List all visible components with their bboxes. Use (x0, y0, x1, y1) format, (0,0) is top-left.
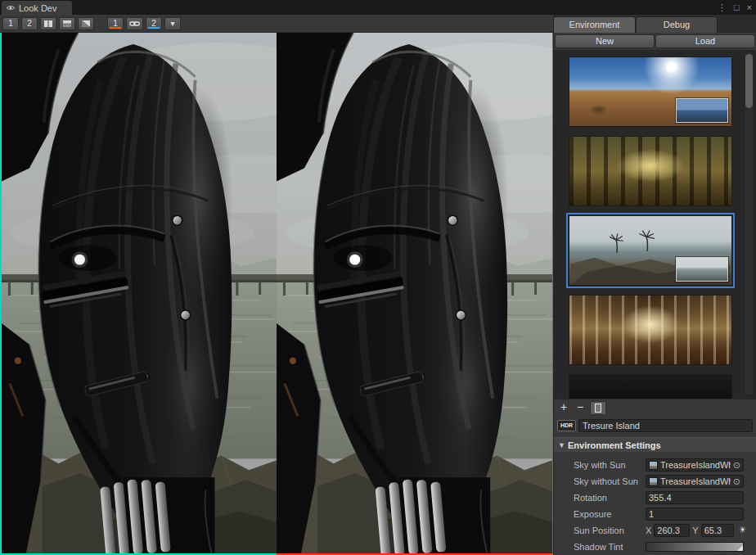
sun-y-field[interactable]: 65.3 (701, 524, 734, 537)
link-views-button[interactable] (126, 17, 143, 30)
sky-without-sun-value: TreasureIslandWh (660, 476, 731, 486)
view-options-dropdown[interactable]: ▾ (164, 17, 181, 30)
single-view-1-button[interactable]: 1 (2, 17, 19, 30)
sun-gizmo-button[interactable]: ☀ (736, 524, 749, 537)
texture-preview-icon (649, 461, 658, 470)
viewport-right[interactable] (277, 33, 553, 555)
sky-without-sun-label: Sky without Sun (574, 473, 638, 490)
setting-row-exposure: Exposure 1 (554, 506, 756, 522)
env-thumbnail-dark-night[interactable] (569, 374, 732, 399)
shadow-tint-swatch[interactable] (646, 542, 744, 552)
tab-debug[interactable]: Debug (636, 16, 718, 33)
rotation-label: Rotation (574, 490, 607, 506)
side-by-side-view-button[interactable] (40, 17, 56, 30)
sun-position-label: Sun Position (574, 522, 624, 539)
texture-preview-icon (649, 477, 658, 486)
env-thumbnail-forest[interactable] (569, 136, 732, 206)
library-scrollbar[interactable] (744, 52, 754, 395)
sun-x-field[interactable]: 260.3 (654, 524, 690, 537)
sky-with-sun-label: Sky with Sun (574, 457, 626, 473)
diagonal-split-icon (81, 20, 91, 28)
sky-with-sun-field[interactable]: TreasureIslandWh ⊙ (646, 458, 744, 472)
sky-with-sun-value: TreasureIslandWh (660, 460, 731, 470)
setting-row-sun-position: Sun Position X 260.3 Y 65.3 ☀ (554, 522, 756, 539)
split-screen-icon (62, 20, 72, 28)
window-tab-lookdev[interactable]: Look Dev (2, 1, 72, 15)
window-title: Look Dev (19, 3, 56, 13)
environment-name-row: HDR Tresure Island (554, 417, 756, 434)
link-icon (129, 20, 140, 28)
view-1-accent-bar (110, 27, 121, 29)
single-view-1-label: 1 (8, 18, 13, 29)
remove-environment-button[interactable]: − (574, 401, 587, 414)
env-thumbnail-inset (676, 257, 728, 282)
new-environment-button[interactable]: New (555, 34, 655, 48)
lookdev-toolbar: 1 2 1 2 ▾ (0, 15, 553, 33)
viewport-left[interactable] (0, 33, 277, 555)
single-view-2-button[interactable]: 2 (21, 17, 38, 30)
setting-row-shadow-tint: Shadow Tint (554, 539, 756, 555)
sky-without-sun-field[interactable]: TreasureIslandWh ⊙ (646, 475, 744, 488)
lookdev-eye-icon (6, 4, 16, 11)
env-thumbnail-treasure-island[interactable] (569, 215, 732, 286)
tab-environment[interactable]: Environment (553, 16, 636, 33)
library-scrollbar-thumb[interactable] (745, 54, 753, 108)
environment-settings-header[interactable]: ▼ Environment Settings (554, 437, 756, 453)
foldout-triangle-icon[interactable]: ▼ (558, 438, 565, 453)
setting-row-rotation: Rotation 355.4 (554, 490, 756, 506)
lookdev-viewports (0, 33, 553, 555)
dropdown-caret-icon: ▾ (170, 18, 174, 29)
split-screen-view-button[interactable] (59, 17, 75, 30)
duplicate-environment-button[interactable] (590, 401, 606, 415)
environment-name-field[interactable]: Tresure Island (578, 419, 753, 432)
setting-row-sky-with-sun: Sky with Sun TreasureIslandWh ⊙ (554, 457, 756, 473)
env-thumbnail-church-interior[interactable] (569, 295, 732, 365)
panel-tab-bar: Environment Debug (553, 15, 756, 33)
window-close-button[interactable]: × (747, 0, 752, 15)
title-bar: Look Dev ⋮ □ × (0, 0, 756, 15)
env-thumbnail-sunny-desert[interactable] (569, 56, 732, 127)
side-by-side-icon (43, 20, 53, 28)
object-picker-icon[interactable]: ⊙ (733, 477, 740, 486)
view-2-toggle[interactable]: 2 (146, 17, 162, 30)
single-view-2-label: 2 (27, 18, 32, 29)
add-environment-button[interactable]: + (557, 401, 570, 414)
sun-y-label: Y (692, 526, 698, 535)
rendered-robot-head-left (2, 33, 277, 553)
rendered-robot-head-right (277, 33, 552, 553)
load-environment-button[interactable]: Load (655, 34, 755, 48)
object-picker-icon[interactable]: ⊙ (733, 461, 740, 470)
exposure-label: Exposure (574, 506, 611, 522)
setting-row-sky-without-sun: Sky without Sun TreasureIslandWh ⊙ (554, 473, 756, 490)
lookdev-window: Look Dev ⋮ □ × 1 2 1 2 ▾ (0, 0, 756, 555)
env-thumbnail-inset (676, 98, 728, 123)
color-picker-corner-icon (737, 545, 743, 551)
view-2-accent-bar (148, 27, 160, 29)
sun-x-label: X (646, 526, 651, 535)
duplicate-page-icon (595, 404, 601, 413)
rotation-field[interactable]: 355.4 (646, 491, 744, 504)
zone-view-button[interactable] (78, 17, 94, 30)
library-toolbar: + − (554, 399, 756, 416)
window-maximize-button[interactable]: □ (734, 0, 740, 15)
environment-panel: New Load (553, 33, 756, 555)
environment-settings-title: Environment Settings (568, 438, 661, 453)
shadow-tint-label: Shadow Tint (574, 539, 623, 555)
hdr-badge: HDR (557, 420, 576, 431)
environment-library-list (554, 50, 756, 399)
view-1-toggle[interactable]: 1 (107, 17, 124, 30)
exposure-field[interactable]: 1 (646, 508, 744, 521)
window-menu-button[interactable]: ⋮ (718, 0, 727, 15)
